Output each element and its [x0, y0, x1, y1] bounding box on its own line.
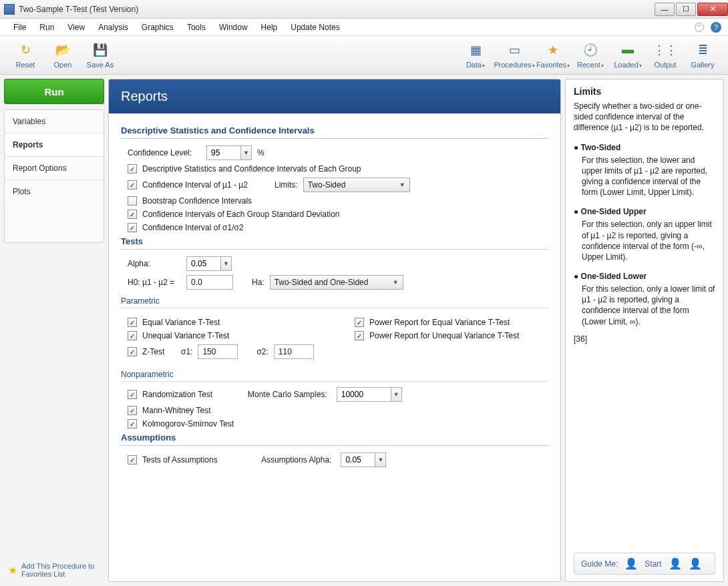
procedures-icon: ▭: [506, 42, 522, 58]
chevron-down-icon: ▼: [393, 279, 399, 286]
help-title: Limits: [574, 86, 715, 97]
sigma1-input[interactable]: [198, 344, 238, 359]
collapse-ribbon-icon[interactable]: ⌃: [695, 23, 704, 32]
help-icon[interactable]: ?: [711, 22, 721, 33]
sidebar-item-reports[interactable]: Reports: [5, 133, 104, 157]
help-b1-head: ● Two-Sided: [574, 143, 715, 152]
tool-reset[interactable]: ↻Reset: [7, 38, 44, 73]
h0-label: H0: µ1 - µ2 =: [128, 278, 181, 287]
ha-select[interactable]: Two-Sided and One-Sided▼: [270, 275, 403, 290]
checkbox-z-test[interactable]: [128, 347, 137, 356]
chevron-down-icon: ▼: [391, 388, 401, 401]
monte-carlo-combo[interactable]: ▼: [337, 387, 402, 402]
assumptions-alpha-input[interactable]: [341, 454, 375, 466]
menu-window[interactable]: Window: [212, 20, 254, 35]
tool-data[interactable]: ▦Data▾: [457, 38, 494, 73]
alpha-combo[interactable]: ▼: [186, 256, 232, 271]
tool-gallery[interactable]: ≣Gallery: [684, 38, 721, 73]
checkbox-bootstrap-ci[interactable]: [128, 196, 137, 206]
ha-label: Ha:: [252, 278, 264, 287]
checkbox-randomization-test[interactable]: [128, 390, 137, 399]
assumptions-alpha-combo[interactable]: ▼: [341, 453, 386, 467]
menu-help[interactable]: Help: [254, 20, 285, 35]
loaded-icon: ▬: [620, 42, 636, 58]
checkbox-ci-group-sd[interactable]: [128, 210, 137, 219]
tool-loaded[interactable]: ▬Loaded▾: [609, 38, 647, 73]
guide-bar: Guide Me: 👤 Start 👤 👤: [574, 553, 715, 575]
checkbox-ci-sigma-ratio[interactable]: [128, 223, 137, 232]
add-to-favorites-label: Add This Procedure to Favorites List: [21, 562, 100, 578]
toolbar: ↻Reset 📂Open 💾Save As ▦Data▾ ▭Procedures…: [0, 36, 728, 75]
chevron-down-icon: ▼: [399, 182, 405, 188]
help-panel: Limits Specify whether a two-sided or on…: [565, 79, 724, 582]
tool-output[interactable]: ⋮⋮Output: [647, 38, 684, 73]
sidebar-item-variables[interactable]: Variables: [5, 110, 104, 133]
guide-label: Guide Me:: [581, 559, 618, 569]
panel-title: Reports: [109, 79, 560, 113]
center-panel: Reports Descriptive Statistics and Confi…: [108, 79, 561, 582]
menu-analysis[interactable]: Analysis: [92, 20, 135, 35]
gallery-icon: ≣: [695, 42, 711, 58]
tool-save-as[interactable]: 💾Save As: [81, 38, 119, 73]
checkbox-desc-each-group[interactable]: [128, 164, 137, 174]
checkbox-tests-of-assumptions[interactable]: [128, 455, 137, 465]
conf-level-suffix: %: [257, 148, 264, 158]
section-descriptive: Descriptive Statistics and Confidence In…: [121, 125, 548, 139]
menu-graphics[interactable]: Graphics: [135, 20, 180, 35]
menu-view[interactable]: View: [61, 20, 92, 35]
open-icon: 📂: [55, 42, 71, 58]
sidebar-item-report-options[interactable]: Report Options: [5, 157, 104, 180]
menubar: File Run View Analysis Graphics Tools Wi…: [0, 19, 728, 36]
conf-level-combo[interactable]: ▼: [206, 145, 252, 160]
checkbox-mann-whitney[interactable]: [128, 406, 137, 415]
guide-start-label[interactable]: Start: [645, 559, 661, 569]
run-button[interactable]: Run: [4, 79, 104, 104]
tool-open[interactable]: 📂Open: [44, 38, 81, 73]
panel-body: Descriptive Statistics and Confidence In…: [109, 113, 560, 581]
help-intro: Specify whether a two-sided or one-sided…: [574, 101, 715, 133]
minimize-button[interactable]: —: [655, 3, 675, 16]
checkbox-equal-var-ttest[interactable]: [128, 318, 137, 327]
sigma2-label: σ2:: [256, 347, 268, 356]
maximize-button[interactable]: ☐: [676, 3, 696, 16]
alpha-input[interactable]: [187, 258, 220, 270]
h0-input[interactable]: [186, 275, 233, 290]
tool-recent[interactable]: 🕘Recent▾: [572, 38, 609, 73]
sidebar-item-plots[interactable]: Plots: [5, 180, 104, 203]
checkbox-kolmogorov-smirnov[interactable]: [128, 419, 137, 428]
checkbox-power-unequal-var[interactable]: [355, 331, 364, 340]
sidebar: Run Variables Reports Report Options Plo…: [4, 79, 104, 582]
guide-start-icon[interactable]: 👤: [624, 557, 638, 570]
tool-procedures[interactable]: ▭Procedures▾: [494, 38, 534, 73]
chevron-down-icon: ▼: [375, 453, 385, 467]
tool-favorites[interactable]: ★Favorites▾: [534, 38, 572, 73]
window-title: Two-Sample T-Test (Test Version): [19, 5, 653, 14]
menu-update-notes[interactable]: Update Notes: [284, 20, 346, 35]
guide-next-icon[interactable]: 👤: [689, 557, 702, 570]
sidebar-tabs: Variables Reports Report Options Plots: [4, 109, 104, 243]
star-plus-icon: ★: [8, 564, 17, 577]
section-assumptions: Assumptions: [121, 432, 548, 446]
help-b2-head: ● One-Sided Upper: [574, 207, 715, 216]
menu-tools[interactable]: Tools: [180, 20, 212, 35]
menu-file[interactable]: File: [7, 20, 33, 35]
main-area: Run Variables Reports Report Options Plo…: [0, 75, 728, 586]
close-button[interactable]: ✕: [697, 3, 728, 16]
data-icon: ▦: [468, 42, 484, 58]
checkbox-power-equal-var[interactable]: [355, 318, 364, 327]
menu-run[interactable]: Run: [33, 20, 61, 35]
add-to-favorites-link[interactable]: ★ Add This Procedure to Favorites List: [4, 558, 104, 582]
sigma2-input[interactable]: [274, 344, 314, 359]
limits-select[interactable]: Two-Sided▼: [303, 178, 410, 192]
conf-level-label: Confidence Level:: [128, 148, 201, 158]
alpha-label: Alpha:: [128, 259, 181, 268]
help-b2-body: For this selection, only an upper limit …: [582, 219, 715, 262]
conf-level-input[interactable]: [207, 147, 240, 159]
checkbox-ci-mu-diff[interactable]: [128, 180, 137, 190]
chevron-down-icon: ▼: [220, 257, 231, 270]
sigma1-label: σ1:: [181, 347, 192, 356]
checkbox-unequal-var-ttest[interactable]: [128, 331, 137, 340]
monte-carlo-input[interactable]: [337, 388, 391, 400]
app-icon: [4, 4, 15, 15]
guide-prev-icon[interactable]: 👤: [669, 557, 682, 570]
